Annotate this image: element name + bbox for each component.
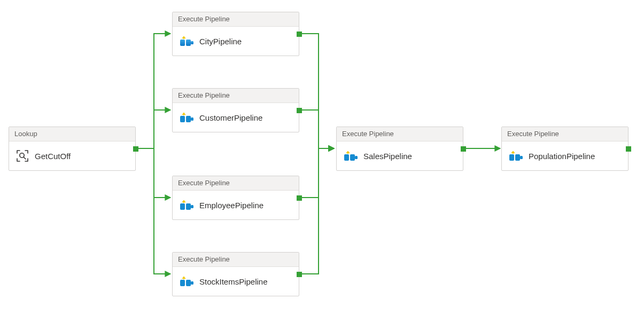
activity-execute-customer[interactable]: Execute Pipeline CustomerPipeline bbox=[172, 88, 299, 132]
svg-rect-9 bbox=[191, 205, 193, 208]
svg-rect-11 bbox=[186, 280, 191, 286]
svg-rect-5 bbox=[186, 116, 191, 122]
pipeline-canvas[interactable]: Lookup GetCutOff Exec bbox=[0, 0, 644, 315]
success-port[interactable] bbox=[133, 146, 138, 152]
svg-rect-16 bbox=[509, 154, 514, 161]
svg-rect-2 bbox=[186, 40, 191, 46]
activity-name: GetCutOff bbox=[35, 152, 71, 161]
activity-header: Execute Pipeline bbox=[173, 253, 299, 267]
svg-rect-13 bbox=[344, 154, 349, 161]
success-port[interactable] bbox=[297, 272, 302, 277]
pipeline-icon bbox=[179, 199, 194, 211]
pipeline-icon bbox=[179, 111, 194, 124]
activity-execute-employee[interactable]: Execute Pipeline EmployeePipeline bbox=[172, 176, 299, 220]
svg-rect-7 bbox=[180, 203, 185, 210]
activity-header: Execute Pipeline bbox=[337, 127, 463, 141]
success-port[interactable] bbox=[297, 32, 302, 37]
activity-name: EmployeePipeline bbox=[199, 201, 263, 210]
activity-type-label: Execute Pipeline bbox=[507, 130, 559, 138]
activity-header: Execute Pipeline bbox=[502, 127, 628, 141]
pipeline-icon bbox=[179, 35, 194, 48]
activity-header: Execute Pipeline bbox=[173, 89, 299, 103]
svg-rect-15 bbox=[355, 156, 358, 159]
svg-rect-1 bbox=[180, 40, 185, 46]
activity-name: CityPipeline bbox=[199, 37, 242, 46]
svg-rect-6 bbox=[191, 117, 193, 121]
activity-lookup[interactable]: Lookup GetCutOff bbox=[9, 127, 136, 171]
activity-header: Execute Pipeline bbox=[173, 12, 299, 27]
success-port[interactable] bbox=[626, 146, 631, 152]
activity-name: PopulationPipeline bbox=[529, 152, 595, 161]
svg-rect-8 bbox=[186, 203, 191, 210]
activity-execute-stockitems[interactable]: Execute Pipeline StockItemsPipeline bbox=[172, 252, 299, 296]
activity-type-label: Lookup bbox=[14, 130, 37, 138]
svg-rect-4 bbox=[180, 116, 185, 122]
svg-rect-17 bbox=[515, 154, 520, 161]
activity-execute-city[interactable]: Execute Pipeline CityPipeline bbox=[172, 12, 299, 56]
activity-execute-population[interactable]: Execute Pipeline PopulationPipeline bbox=[501, 127, 629, 171]
lookup-icon bbox=[15, 149, 29, 163]
svg-rect-3 bbox=[191, 41, 193, 44]
svg-rect-12 bbox=[191, 281, 193, 285]
activity-execute-sales[interactable]: Execute Pipeline SalesPipeline bbox=[336, 127, 463, 171]
activity-type-label: Execute Pipeline bbox=[342, 130, 394, 138]
svg-rect-18 bbox=[520, 156, 523, 159]
svg-rect-10 bbox=[180, 280, 185, 286]
activity-name: CustomerPipeline bbox=[199, 113, 262, 122]
activity-type-label: Execute Pipeline bbox=[178, 15, 230, 23]
activity-name: StockItemsPipeline bbox=[199, 277, 268, 286]
activity-type-label: Execute Pipeline bbox=[178, 179, 230, 187]
success-port[interactable] bbox=[297, 108, 302, 113]
activity-header: Execute Pipeline bbox=[173, 176, 299, 191]
activity-type-label: Execute Pipeline bbox=[178, 91, 230, 99]
pipeline-icon bbox=[343, 149, 358, 162]
activity-name: SalesPipeline bbox=[363, 152, 412, 161]
svg-rect-14 bbox=[350, 154, 355, 161]
success-port[interactable] bbox=[297, 195, 302, 201]
pipeline-icon bbox=[179, 275, 194, 288]
activity-type-label: Execute Pipeline bbox=[178, 255, 230, 263]
activity-header: Lookup bbox=[9, 127, 135, 141]
success-port[interactable] bbox=[461, 146, 466, 152]
pipeline-icon bbox=[508, 149, 523, 162]
